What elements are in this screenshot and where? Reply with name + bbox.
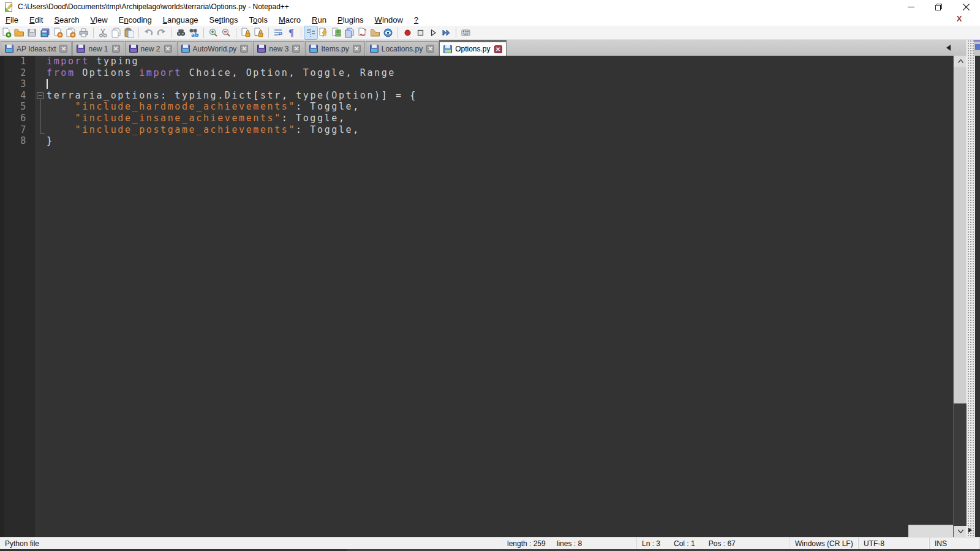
menu-settings[interactable]: Settings xyxy=(204,14,244,26)
splitter-arrow-icon[interactable] xyxy=(968,528,972,533)
zoom-out-icon[interactable] xyxy=(220,26,233,39)
minimize-button[interactable] xyxy=(897,0,925,13)
function-list-icon[interactable] xyxy=(317,26,330,39)
indent-guide-icon[interactable] xyxy=(304,26,317,39)
tab-close-icon[interactable]: ✕ xyxy=(59,45,67,53)
tab-close-icon[interactable]: ✕ xyxy=(112,45,120,53)
fold-margin[interactable] xyxy=(35,124,47,136)
tab-ap-ideas-txt[interactable]: AP Ideas.txt✕ xyxy=(1,41,72,56)
tab-new-2[interactable]: new 2✕ xyxy=(125,41,176,56)
code-text: "include_postgame_achievements": Toggle, xyxy=(47,124,953,136)
view-splitter[interactable] xyxy=(967,40,974,537)
menu-run[interactable]: Run xyxy=(306,14,332,26)
tab-close-icon[interactable]: ✕ xyxy=(353,45,361,53)
folder-as-workspace-icon[interactable] xyxy=(369,26,382,39)
menu-window[interactable]: Window xyxy=(369,14,409,26)
redo-icon[interactable] xyxy=(155,26,168,39)
open-file-icon[interactable] xyxy=(13,26,26,39)
menu-edit[interactable]: Edit xyxy=(24,14,48,26)
tab-label: new 1 xyxy=(88,45,108,53)
macro-record-icon[interactable] xyxy=(401,26,414,39)
vertical-scrollbar[interactable] xyxy=(953,56,967,537)
monitoring-icon[interactable] xyxy=(382,26,394,39)
status-encoding[interactable]: UTF-8 xyxy=(859,538,930,549)
tab-scroll-left-icon[interactable] xyxy=(946,45,951,51)
tab-locations-py[interactable]: Locations.py✕ xyxy=(366,41,439,56)
code-line[interactable]: 6 "include_insane_achievements": Toggle, xyxy=(0,113,953,124)
macro-play-icon[interactable] xyxy=(427,26,440,39)
fold-collapse-icon[interactable]: − xyxy=(37,92,43,99)
scroll-down-icon[interactable] xyxy=(954,526,967,537)
copy-icon[interactable] xyxy=(110,26,123,39)
close-document-icon[interactable]: X xyxy=(954,14,964,24)
fold-margin[interactable] xyxy=(35,113,47,124)
tab-autoworld-py[interactable]: AutoWorld.py✕ xyxy=(177,41,253,56)
status-insert-mode[interactable]: INS xyxy=(930,538,980,549)
tab-close-icon[interactable]: ✕ xyxy=(164,45,172,53)
code-line[interactable]: 2from Options import Choice, Option, Tog… xyxy=(0,67,953,79)
menu-search[interactable]: Search xyxy=(48,14,85,26)
scrollbar-thumb[interactable] xyxy=(954,67,967,403)
sync-vertical-scroll-icon[interactable] xyxy=(239,26,252,39)
document-map-icon[interactable] xyxy=(330,26,343,39)
macro-save-icon[interactable] xyxy=(459,26,472,39)
close-icon[interactable] xyxy=(51,26,64,39)
fold-margin[interactable] xyxy=(35,101,47,113)
macro-run-multiple-icon[interactable] xyxy=(440,26,453,39)
tab-close-icon[interactable]: ✕ xyxy=(240,45,248,53)
menu-tools[interactable]: Tools xyxy=(244,14,273,26)
close-button[interactable] xyxy=(952,0,980,13)
fold-margin[interactable] xyxy=(35,78,47,90)
editor-empty-area[interactable] xyxy=(0,147,953,537)
status-line: Ln : 3 xyxy=(642,539,660,548)
notepadpp-app-icon xyxy=(4,2,13,12)
code-line[interactable]: 4−terraria_options: typing.Dict[str, typ… xyxy=(0,90,953,102)
menu-language[interactable]: Language xyxy=(157,14,204,26)
print-icon[interactable] xyxy=(77,26,90,39)
fold-margin[interactable]: − xyxy=(35,90,47,102)
menu-help[interactable]: ? xyxy=(409,14,424,26)
word-wrap-icon[interactable] xyxy=(272,26,285,39)
cut-icon[interactable] xyxy=(97,26,110,39)
code-editor[interactable]: 1import typing2from Options import Choic… xyxy=(0,56,953,537)
fold-margin[interactable] xyxy=(35,56,47,67)
sync-horizontal-scroll-icon[interactable] xyxy=(252,26,265,39)
document-list-icon[interactable] xyxy=(343,26,356,39)
define-language-icon[interactable] xyxy=(356,26,369,39)
zoom-in-icon[interactable] xyxy=(207,26,220,39)
menu-macro[interactable]: Macro xyxy=(273,14,306,26)
paste-icon[interactable] xyxy=(123,26,135,39)
sliver-floppy-icon xyxy=(975,44,980,50)
tab-close-icon[interactable]: ✕ xyxy=(292,45,300,53)
code-line[interactable]: 5 "include_hardmode_achievements": Toggl… xyxy=(0,101,953,113)
tab-close-icon[interactable]: ✕ xyxy=(494,45,502,53)
menu-file[interactable]: File xyxy=(0,14,24,26)
code-line[interactable]: 7 "include_postgame_achievements": Toggl… xyxy=(0,124,953,136)
fold-margin[interactable] xyxy=(35,67,47,79)
scroll-up-icon[interactable] xyxy=(954,56,967,67)
replace-icon[interactable]: ab xyxy=(187,26,200,39)
code-line[interactable]: 8} xyxy=(0,135,953,147)
fold-margin[interactable] xyxy=(35,135,47,147)
undo-icon[interactable] xyxy=(142,26,155,39)
close-all-icon[interactable] xyxy=(64,26,77,39)
macro-stop-icon[interactable] xyxy=(414,26,427,39)
new-file-icon[interactable] xyxy=(0,26,13,39)
code-line[interactable]: 1import typing xyxy=(0,56,953,67)
tab-new-3[interactable]: new 3✕ xyxy=(253,41,304,56)
save-all-icon[interactable] xyxy=(39,26,51,39)
find-icon[interactable] xyxy=(175,26,187,39)
show-all-characters-icon[interactable]: ¶ xyxy=(285,26,298,39)
tab-close-icon[interactable]: ✕ xyxy=(426,45,434,53)
menu-encoding[interactable]: Encoding xyxy=(113,14,157,26)
horizontal-scrollbar-corner[interactable] xyxy=(908,525,953,537)
save-icon[interactable] xyxy=(26,26,39,39)
status-eol-format[interactable]: Windows (CR LF) xyxy=(790,538,859,549)
menu-view[interactable]: View xyxy=(85,14,113,26)
menu-plugins[interactable]: Plugins xyxy=(332,14,369,26)
code-line[interactable]: 3 xyxy=(0,78,953,90)
tab-items-py[interactable]: Items.py✕ xyxy=(305,41,364,56)
tab-options-py[interactable]: Options.py✕ xyxy=(439,40,506,56)
restore-button[interactable] xyxy=(925,0,952,13)
tab-new-1[interactable]: new 1✕ xyxy=(72,41,124,56)
